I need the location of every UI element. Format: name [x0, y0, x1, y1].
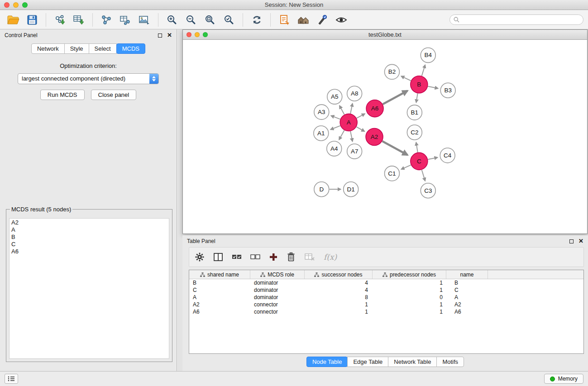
table-cell[interactable]: 1 [373, 287, 446, 293]
graph-node-A3[interactable]: A3 [314, 105, 329, 119]
new-network-button[interactable] [98, 12, 115, 28]
zoom-fit-button[interactable] [201, 12, 219, 28]
new-network-from-table-button[interactable] [117, 12, 134, 28]
graph-node-A8[interactable]: A8 [347, 86, 362, 101]
tab-select[interactable]: Select [89, 43, 117, 54]
graph-edge-A-A1[interactable] [330, 126, 340, 129]
graph-node-A4[interactable]: A4 [327, 141, 342, 156]
graph-node-C[interactable]: C [411, 152, 428, 170]
report-button[interactable] [276, 12, 293, 28]
search-input[interactable] [462, 17, 579, 23]
tab-edge-table[interactable]: Edge Table [347, 357, 388, 367]
table-cell[interactable]: 1 [373, 280, 446, 286]
tab-motifs[interactable]: Motifs [436, 357, 464, 367]
table-cell[interactable]: A6 [189, 309, 250, 315]
tab-style[interactable]: Style [64, 43, 89, 54]
network-graph[interactable]: AA6A2BCA5A8A3A1A4A7B1B2B3B4C1C2C3C4DD1 [183, 40, 587, 234]
tab-network-table[interactable]: Network Table [388, 357, 437, 367]
table-cell[interactable]: A [446, 294, 488, 300]
graph-edge-A-A5[interactable] [339, 105, 344, 114]
home-view-button[interactable] [295, 12, 312, 28]
graph-node-A5[interactable]: A5 [327, 89, 342, 104]
criterion-dropdown[interactable]: largest connected component (directed) [18, 73, 159, 84]
show-columns-button[interactable] [213, 253, 223, 262]
float-table-panel-icon[interactable] [569, 239, 574, 243]
graph-edge-C-C3[interactable] [422, 170, 425, 181]
close-table-panel-icon[interactable]: ✕ [578, 239, 583, 243]
graph-node-C1[interactable]: C1 [385, 166, 400, 181]
table-cell[interactable]: C [446, 287, 488, 293]
column-header-mcds-role[interactable]: MCDS role [250, 270, 305, 279]
mcds-result-item[interactable]: A6 [11, 248, 167, 255]
graph-node-C4[interactable]: C4 [440, 148, 455, 163]
table-cell[interactable]: 1 [373, 301, 446, 308]
table-cell[interactable]: A6 [446, 309, 488, 315]
close-panel-button[interactable]: Close panel [91, 90, 137, 100]
network-close-button[interactable] [186, 32, 191, 37]
create-column-button[interactable] [269, 253, 278, 262]
table-row[interactable]: A2connector11A2 [189, 301, 583, 308]
table-cell[interactable]: A2 [189, 301, 250, 308]
mcds-result-item[interactable]: A [11, 226, 167, 234]
mcds-result-item[interactable]: B [11, 234, 167, 241]
function-builder-button[interactable]: f(x) [324, 253, 337, 262]
table-row[interactable]: Bdominator41B [189, 279, 583, 286]
import-network-button[interactable] [51, 12, 68, 28]
network-canvas[interactable]: AA6A2BCA5A8A3A1A4A7B1B2B3B4C1C2C3C4DD1 [183, 40, 587, 234]
table-cell[interactable]: 1 [305, 309, 373, 315]
graph-node-C2[interactable]: C2 [407, 125, 422, 140]
import-table-button[interactable] [70, 12, 87, 28]
close-window-button[interactable] [4, 2, 10, 8]
graph-edge-C-C1[interactable] [401, 165, 411, 170]
zoom-out-button[interactable] [182, 12, 200, 28]
graph-node-D[interactable]: D [314, 182, 329, 197]
column-header-predecessor-nodes[interactable]: predecessor nodes [373, 270, 446, 279]
graph-edge-B-B4[interactable] [422, 65, 425, 76]
graph-edge-B-B2[interactable] [401, 76, 411, 81]
table-cell[interactable]: A2 [446, 301, 488, 308]
graph-edge-A6-B[interactable] [383, 91, 408, 105]
export-image-button[interactable] [136, 12, 153, 28]
graph-edge-A-A2[interactable] [357, 127, 365, 131]
memory-button[interactable]: Memory [544, 374, 583, 384]
network-minimize-button[interactable] [195, 32, 200, 37]
network-window-titlebar[interactable]: testGlobe.txt [183, 30, 587, 40]
tab-network[interactable]: Network [31, 43, 65, 54]
table-cell[interactable]: dominator [250, 287, 305, 293]
network-zoom-button[interactable] [203, 32, 208, 37]
graph-node-D1[interactable]: D1 [344, 182, 359, 197]
graph-edge-A-A4[interactable] [339, 130, 344, 140]
graph-node-A6[interactable]: A6 [366, 100, 383, 117]
mcds-result-item[interactable]: C [11, 241, 167, 248]
mcds-result-item[interactable]: A2 [11, 219, 167, 226]
graph-node-B1[interactable]: B1 [407, 105, 422, 120]
graph-edge-B-B1[interactable] [416, 93, 417, 102]
style-wand-button[interactable] [314, 12, 331, 28]
graph-node-B2[interactable]: B2 [385, 64, 400, 79]
zoom-selected-button[interactable] [220, 12, 238, 28]
run-mcds-button[interactable]: Run MCDS [40, 90, 85, 100]
table-row[interactable]: A6connector11A6 [189, 308, 583, 315]
graph-node-B3[interactable]: B3 [440, 83, 455, 98]
table-cell[interactable]: 0 [373, 294, 446, 300]
graph-node-B[interactable]: B [411, 76, 428, 93]
save-session-button[interactable] [24, 12, 41, 28]
table-cell[interactable]: dominator [250, 294, 305, 300]
graph-edge-A2-C[interactable] [382, 141, 408, 155]
table-cell[interactable]: B [189, 280, 250, 286]
show-hide-button[interactable] [333, 12, 350, 28]
zoom-window-button[interactable] [22, 2, 28, 8]
graph-node-A[interactable]: A [340, 114, 357, 131]
table-cell[interactable]: connector [250, 309, 305, 315]
minimize-window-button[interactable] [13, 2, 19, 8]
table-cell[interactable]: 4 [305, 287, 373, 293]
dropdown-stepper-icon[interactable] [149, 74, 158, 84]
table-cell[interactable]: C [189, 287, 250, 293]
open-session-button[interactable] [5, 12, 22, 28]
table-row[interactable]: Adominator80A [189, 294, 583, 301]
table-cell[interactable]: dominator [250, 280, 305, 286]
graph-node-B4[interactable]: B4 [421, 48, 435, 62]
delete-table-button[interactable] [304, 253, 315, 262]
table-cell[interactable]: 1 [373, 309, 446, 315]
delete-column-button[interactable] [287, 252, 296, 262]
